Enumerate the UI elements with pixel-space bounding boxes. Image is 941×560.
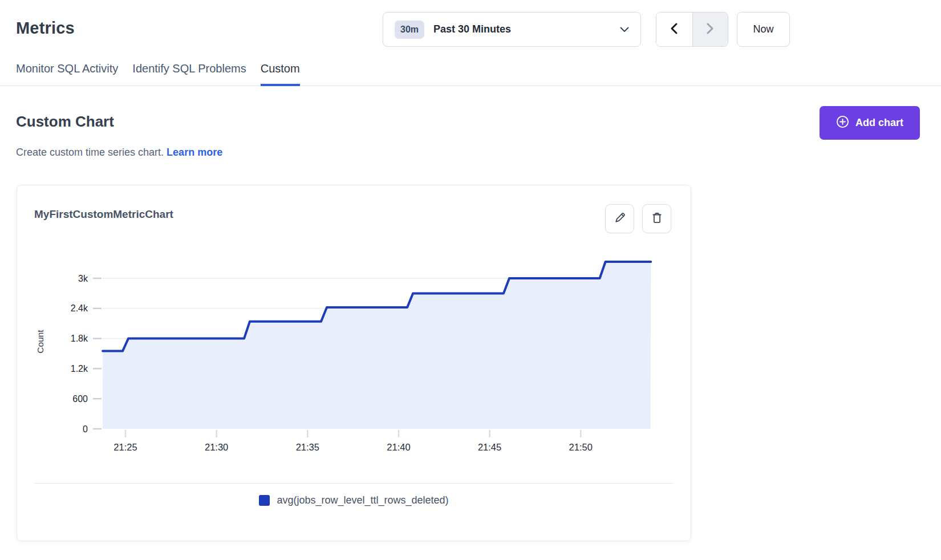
svg-text:21:25: 21:25 bbox=[113, 442, 137, 452]
time-range-badge: 30m bbox=[395, 21, 424, 39]
svg-text:21:30: 21:30 bbox=[205, 442, 228, 452]
chart-actions bbox=[605, 204, 671, 233]
time-step-buttons bbox=[656, 12, 728, 47]
edit-chart-button[interactable] bbox=[605, 204, 634, 233]
tab-monitor-sql-activity[interactable]: Monitor SQL Activity bbox=[16, 61, 118, 86]
tab-custom[interactable]: Custom bbox=[261, 61, 300, 86]
learn-more-link[interactable]: Learn more bbox=[167, 147, 222, 158]
chevron-right-icon bbox=[705, 22, 715, 36]
next-interval-button[interactable] bbox=[692, 13, 728, 46]
svg-text:1.2k: 1.2k bbox=[71, 364, 88, 374]
metrics-tabs: Monitor SQL Activity Identify SQL Proble… bbox=[0, 61, 941, 86]
custom-chart-card: MyFirstCustomMetricChart 06001.2k1.8k2.4… bbox=[17, 185, 691, 541]
tab-identify-sql-problems[interactable]: Identify SQL Problems bbox=[132, 61, 246, 86]
chart-legend-item[interactable]: avg(jobs_row_level_ttl_rows_deleted) bbox=[17, 494, 691, 506]
time-range-dropdown[interactable]: 30m Past 30 Minutes bbox=[383, 12, 641, 47]
svg-text:0: 0 bbox=[83, 424, 88, 434]
svg-text:600: 600 bbox=[72, 394, 88, 404]
legend-label: avg(jobs_row_level_ttl_rows_deleted) bbox=[277, 494, 448, 506]
chart-title: MyFirstCustomMetricChart bbox=[34, 208, 173, 221]
svg-text:21:40: 21:40 bbox=[387, 442, 410, 452]
plus-circle-icon bbox=[836, 115, 849, 131]
svg-text:2.4k: 2.4k bbox=[71, 303, 88, 313]
svg-text:Count: Count bbox=[35, 330, 45, 354]
svg-text:21:35: 21:35 bbox=[296, 442, 319, 452]
section-title: Custom Chart bbox=[16, 113, 114, 131]
svg-text:21:50: 21:50 bbox=[569, 442, 593, 452]
page-title: Metrics bbox=[16, 19, 75, 38]
prev-interval-button[interactable] bbox=[656, 13, 692, 46]
add-chart-button[interactable]: Add chart bbox=[820, 106, 920, 140]
chart-canvas[interactable]: 06001.2k1.8k2.4k3k21:2521:3021:3521:4021… bbox=[34, 240, 675, 452]
trash-icon bbox=[651, 212, 663, 226]
svg-text:3k: 3k bbox=[78, 274, 88, 283]
pencil-icon bbox=[614, 212, 626, 226]
svg-text:21:45: 21:45 bbox=[478, 442, 501, 452]
now-button[interactable]: Now bbox=[737, 12, 790, 47]
section-description-text: Create custom time series chart. bbox=[16, 147, 164, 158]
card-divider bbox=[34, 483, 674, 484]
section-description: Create custom time series chart. Learn m… bbox=[16, 147, 222, 159]
svg-text:1.8k: 1.8k bbox=[71, 334, 88, 343]
delete-chart-button[interactable] bbox=[642, 204, 671, 233]
time-range-label: Past 30 Minutes bbox=[433, 23, 611, 35]
legend-swatch bbox=[259, 495, 270, 506]
chevron-down-icon bbox=[620, 25, 629, 35]
add-chart-label: Add chart bbox=[855, 117, 903, 129]
chevron-left-icon bbox=[670, 22, 679, 36]
